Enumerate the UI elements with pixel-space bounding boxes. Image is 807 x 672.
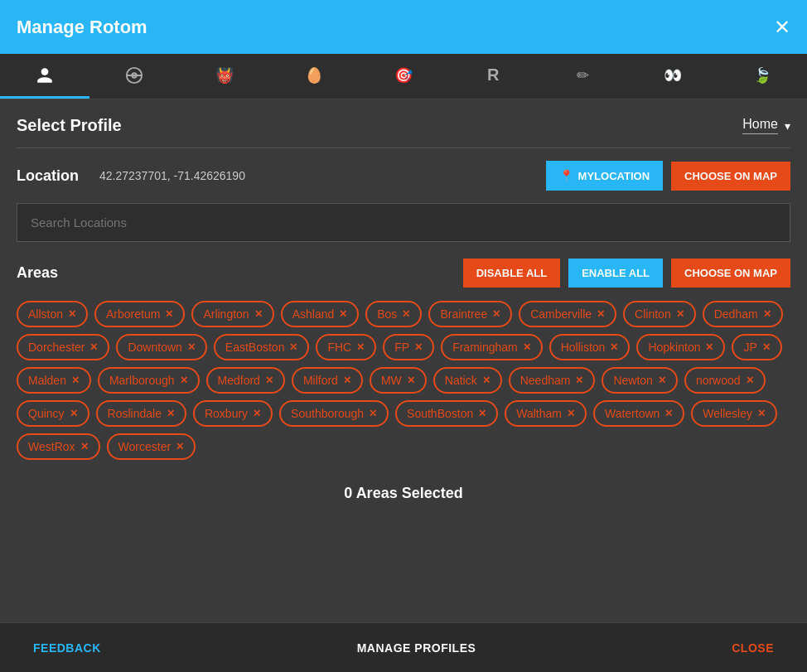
area-tag[interactable]: Waltham✕ <box>505 400 587 427</box>
tab-monster[interactable]: 👹 <box>179 54 268 99</box>
area-tag-label: Dedham <box>714 307 758 321</box>
disable-all-button[interactable]: DISABLE ALL <box>463 259 560 288</box>
area-tag[interactable]: Ashland✕ <box>281 301 360 327</box>
area-tag[interactable]: Natick✕ <box>433 367 502 394</box>
area-tag-label: JP <box>743 341 756 354</box>
profile-select-dropdown[interactable]: Home ▾ <box>742 117 790 134</box>
area-tag-remove-icon[interactable]: ✕ <box>762 341 771 353</box>
area-tag[interactable]: Downtown✕ <box>116 334 206 360</box>
mylocation-button[interactable]: 📍 MYLOCATION <box>546 161 663 191</box>
area-tag[interactable]: Camberville✕ <box>519 301 616 327</box>
enable-all-button[interactable]: ENABLE ALL <box>568 259 663 288</box>
tab-pencil[interactable]: ✏ <box>538 54 627 99</box>
area-tag[interactable]: FHC✕ <box>316 334 376 360</box>
area-tag-remove-icon[interactable]: ✕ <box>80 441 89 452</box>
area-tag-remove-icon[interactable]: ✕ <box>339 308 347 320</box>
area-tag-remove-icon[interactable]: ✕ <box>180 375 188 386</box>
area-tag[interactable]: Framingham✕ <box>441 334 543 360</box>
area-tag[interactable]: MW✕ <box>370 367 427 394</box>
area-tag[interactable]: Holliston✕ <box>549 334 631 360</box>
modal-close-button[interactable]: ✕ <box>774 17 790 37</box>
area-tag-remove-icon[interactable]: ✕ <box>187 341 196 353</box>
area-tag[interactable]: FP✕ <box>383 334 434 360</box>
area-tag-remove-icon[interactable]: ✕ <box>763 308 771 320</box>
area-tag[interactable]: Roxbury✕ <box>193 400 273 427</box>
area-tag-remove-icon[interactable]: ✕ <box>575 375 583 386</box>
area-tag[interactable]: Newton✕ <box>602 367 677 394</box>
area-tag-remove-icon[interactable]: ✕ <box>482 375 490 386</box>
area-tag-remove-icon[interactable]: ✕ <box>343 375 351 386</box>
tab-r[interactable]: R <box>448 54 538 99</box>
area-tag[interactable]: Watertown✕ <box>593 400 684 427</box>
area-tag[interactable]: Allston✕ <box>17 301 88 327</box>
area-tag-remove-icon[interactable]: ✕ <box>356 341 365 353</box>
area-tag[interactable]: Dedham✕ <box>703 301 783 327</box>
area-tag-label: Natick <box>445 374 477 387</box>
area-tag-remove-icon[interactable]: ✕ <box>705 341 713 353</box>
area-tag-remove-icon[interactable]: ✕ <box>369 408 377 419</box>
tab-target[interactable]: 🎯 <box>359 54 448 99</box>
area-tag[interactable]: Needham✕ <box>509 367 596 394</box>
area-tag-remove-icon[interactable]: ✕ <box>492 308 500 320</box>
tab-eyes[interactable]: 👀 <box>628 54 718 99</box>
area-tag[interactable]: Roslindale✕ <box>96 400 186 427</box>
area-tag-remove-icon[interactable]: ✕ <box>402 308 410 320</box>
area-tag[interactable]: EastBoston✕ <box>214 334 310 360</box>
area-tag[interactable]: Braintree✕ <box>428 301 512 327</box>
area-tag-remove-icon[interactable]: ✕ <box>597 308 605 320</box>
area-tag-remove-icon[interactable]: ✕ <box>610 341 618 353</box>
area-tag[interactable]: JP✕ <box>732 334 781 360</box>
manage-profiles-link[interactable]: MANAGE PROFILES <box>357 641 476 655</box>
area-tag-remove-icon[interactable]: ✕ <box>265 375 273 386</box>
tab-bar: 👹 🥚 🎯 R ✏ 👀 🍃 <box>0 54 807 99</box>
area-tag[interactable]: Marlborough✕ <box>98 367 200 394</box>
area-tag-remove-icon[interactable]: ✕ <box>478 408 486 419</box>
area-tag[interactable]: SouthBoston✕ <box>395 400 498 427</box>
feedback-link[interactable]: FEEDBACK <box>33 641 101 655</box>
location-choose-on-map-button[interactable]: CHOOSE ON MAP <box>671 162 790 191</box>
area-tag-remove-icon[interactable]: ✕ <box>70 408 78 419</box>
area-tag-remove-icon[interactable]: ✕ <box>757 408 766 419</box>
area-tag-remove-icon[interactable]: ✕ <box>676 308 684 320</box>
tab-pokeball[interactable] <box>89 54 179 99</box>
area-tag-remove-icon[interactable]: ✕ <box>71 375 80 386</box>
area-tag-remove-icon[interactable]: ✕ <box>167 408 175 419</box>
search-locations-input[interactable] <box>17 203 790 242</box>
area-tag-remove-icon[interactable]: ✕ <box>523 341 531 353</box>
area-tag[interactable]: Quincy✕ <box>17 400 89 427</box>
tab-egg[interactable]: 🥚 <box>269 54 359 99</box>
tab-person[interactable] <box>0 54 89 99</box>
close-link[interactable]: CLOSE <box>732 641 774 655</box>
area-tag-remove-icon[interactable]: ✕ <box>289 341 297 353</box>
area-tag[interactable]: Wellesley✕ <box>691 400 777 427</box>
area-tag[interactable]: Dorchester✕ <box>17 334 109 360</box>
area-tag-remove-icon[interactable]: ✕ <box>68 308 76 320</box>
tab-leaf[interactable]: 🍃 <box>718 54 807 99</box>
area-tag-remove-icon[interactable]: ✕ <box>407 375 415 386</box>
area-tag[interactable]: Medford✕ <box>206 367 285 394</box>
area-tag[interactable]: norwood✕ <box>684 367 766 394</box>
area-tag[interactable]: Malden✕ <box>17 367 91 394</box>
area-tag[interactable]: Arlington✕ <box>191 301 273 327</box>
area-tag[interactable]: Arboretum✕ <box>94 301 185 327</box>
area-tag-remove-icon[interactable]: ✕ <box>664 408 673 419</box>
area-tag-remove-icon[interactable]: ✕ <box>658 375 666 386</box>
area-tag[interactable]: Milford✕ <box>292 367 363 394</box>
area-tag-remove-icon[interactable]: ✕ <box>746 375 754 386</box>
area-tag-label: Clinton <box>635 307 671 321</box>
area-tag-remove-icon[interactable]: ✕ <box>254 308 263 320</box>
areas-choose-on-map-button[interactable]: CHOOSE ON MAP <box>671 259 790 288</box>
area-tag[interactable]: WestRox✕ <box>17 433 100 460</box>
area-tag-remove-icon[interactable]: ✕ <box>89 341 98 353</box>
area-tag[interactable]: Clinton✕ <box>623 301 696 327</box>
area-tag-remove-icon[interactable]: ✕ <box>253 408 261 419</box>
area-tag-label: Watertown <box>605 407 660 420</box>
area-tag[interactable]: Worcester✕ <box>107 433 196 460</box>
area-tag-remove-icon[interactable]: ✕ <box>567 408 575 419</box>
area-tag-remove-icon[interactable]: ✕ <box>165 308 173 320</box>
area-tag[interactable]: Bos✕ <box>365 301 422 327</box>
area-tag-remove-icon[interactable]: ✕ <box>176 441 184 452</box>
area-tag[interactable]: Hopkinton✕ <box>636 334 725 360</box>
area-tag-remove-icon[interactable]: ✕ <box>414 341 423 353</box>
area-tag[interactable]: Southborough✕ <box>279 400 389 427</box>
